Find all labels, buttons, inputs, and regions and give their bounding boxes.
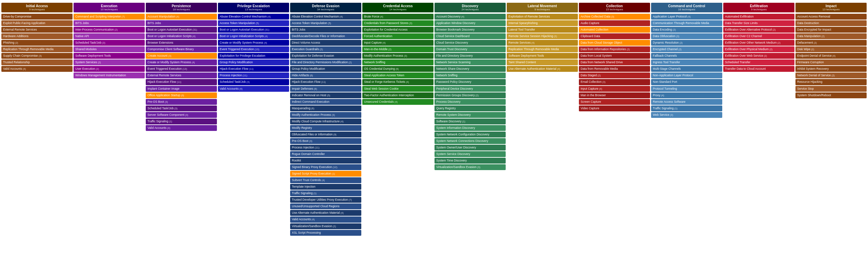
tactic-header-exfiltration[interactable]: Exfiltration9 techniques — [723, 3, 794, 12]
technique-item[interactable]: Cloud Service Dashboard — [435, 33, 506, 39]
technique-item[interactable]: Virtualization/Sandbox Evasion (3) — [435, 164, 506, 170]
technique-item[interactable]: System Shutdown/Reboot — [795, 92, 867, 98]
technique-item[interactable]: Use Alternate Authentication Material (4… — [290, 210, 361, 216]
technique-item[interactable]: Software Deployment Tools — [74, 53, 145, 59]
technique-item[interactable]: Native API — [74, 33, 145, 39]
technique-item[interactable]: Lateral Tool Transfer — [507, 27, 578, 33]
tactic-header-impact[interactable]: Impact13 techniques — [795, 3, 867, 12]
technique-item[interactable]: Man-in-the-Middle (2) — [362, 46, 433, 52]
technique-item[interactable]: System Network Connections Discovery — [435, 138, 506, 144]
technique-item[interactable]: XSL Script Processing — [290, 230, 361, 236]
technique-item[interactable]: Network Share Discovery — [435, 66, 506, 72]
technique-item[interactable]: Network Service Scanning — [435, 59, 506, 65]
technique-item[interactable]: Implant Container Image — [146, 86, 217, 92]
technique-item[interactable]: Trusted Relationship — [1, 59, 73, 65]
technique-item[interactable]: Pre-OS Boot (3) — [290, 138, 361, 144]
technique-item[interactable]: Browser Extensions — [146, 40, 217, 46]
technique-item[interactable]: Create or Modify System Process (4) — [146, 59, 217, 65]
technique-item[interactable]: Process Injection (11) — [218, 73, 289, 78]
technique-item[interactable]: Data Transfer Size Limits — [723, 20, 794, 26]
technique-item[interactable]: Modify Authentication Process (3) — [290, 112, 361, 118]
technique-item[interactable]: Data Obfuscation (3) — [651, 33, 722, 39]
technique-item[interactable]: Non-Application Layer Protocol — [651, 73, 722, 78]
technique-item[interactable]: Windows Management Instrumentation — [74, 73, 145, 78]
technique-item[interactable]: Data Staged (2) — [579, 73, 650, 78]
technique-item[interactable]: Signed Binary Proxy Execution (12) — [290, 164, 361, 170]
technique-item[interactable]: Valid Accounts (4) — [146, 125, 217, 131]
tactic-header-command-control[interactable]: Command and Control16 techniques — [651, 3, 722, 12]
technique-item[interactable]: External Remote Services — [146, 73, 217, 78]
technique-item[interactable]: Traffic Signaling (1) — [146, 119, 217, 124]
technique-item[interactable]: Boot or Logon Autostart Execution (31) — [218, 27, 289, 33]
technique-item[interactable]: Abuse Elevation Control Mechanism (4) — [290, 14, 361, 20]
technique-item[interactable]: Account Access Removal — [795, 14, 867, 20]
technique-item[interactable]: Video Capture — [579, 105, 650, 111]
technique-item[interactable]: Office Application Startup (6) — [146, 92, 217, 98]
technique-item[interactable]: Remote System Discovery — [435, 112, 506, 118]
technique-item[interactable]: Signed Script Proxy Execution (1) — [290, 171, 361, 177]
technique-item[interactable]: Hide Artifacts (6) — [290, 73, 361, 78]
technique-item[interactable]: Valid Accounts (4) — [290, 216, 361, 222]
technique-item[interactable]: Multi-Stage Channels — [651, 66, 722, 72]
technique-item[interactable]: Steal or Forge Kerberos Tickets (4) — [362, 79, 433, 85]
technique-item[interactable]: Scheduled Task/Job (3) — [218, 79, 289, 85]
technique-item[interactable]: Data Encoding (2) — [651, 27, 722, 33]
technique-item[interactable]: Browser Bookmark Discovery — [435, 27, 506, 33]
technique-item[interactable]: Use Alternate Authentication Material (4… — [507, 66, 578, 72]
technique-item[interactable]: Automated Exfiltration — [723, 14, 794, 20]
technique-item[interactable]: Subvert Trust Controls (4) — [290, 177, 361, 183]
tactic-header-execution[interactable]: Execution10 techniques — [74, 3, 145, 12]
technique-item[interactable]: Compromise Client Software Binary — [146, 46, 217, 52]
technique-item[interactable]: Valid Accounts (4) — [218, 86, 289, 92]
technique-item[interactable]: Supply Chain Compromise (3) — [1, 53, 73, 59]
technique-item[interactable]: BITS Jobs — [74, 20, 145, 26]
technique-item[interactable]: Hardware Additions — [1, 33, 73, 39]
technique-item[interactable]: Data Manipulation (2) — [795, 33, 867, 39]
technique-item[interactable]: Unused/Unsupported Cloud Regions — [290, 203, 361, 209]
technique-item[interactable]: Steal Web Session Cookie — [362, 86, 433, 92]
technique-item[interactable]: Scheduled Transfer — [723, 59, 794, 65]
technique-item[interactable]: Access Token Manipulation (5) — [290, 20, 361, 26]
technique-item[interactable]: Deobfuscate/Decode Files or Information — [290, 33, 361, 39]
technique-item[interactable]: Encrypted Channel (2) — [651, 46, 722, 52]
tactic-header-defense-evasion[interactable]: Defense Evasion34 techniques — [290, 3, 361, 12]
technique-item[interactable]: Domain Trust Discovery — [435, 46, 506, 52]
technique-item[interactable]: Query Registry — [435, 105, 506, 111]
technique-item[interactable]: Protocol Tunneling — [651, 86, 722, 92]
technique-item[interactable]: Web Service (3) — [651, 112, 722, 118]
technique-item[interactable]: Scheduled Task/Job (3) — [146, 105, 217, 111]
technique-item[interactable]: Transfer Data to Cloud Account — [723, 66, 794, 72]
technique-item[interactable]: Exploit Public-Facing Application — [1, 20, 73, 26]
technique-item[interactable]: Indicator Removal on Host (5) — [290, 92, 361, 98]
technique-item[interactable]: System Network Configuration Discovery — [435, 132, 506, 137]
technique-item[interactable]: Brute Force (4) — [362, 14, 433, 20]
technique-item[interactable]: Direct Volume Access — [290, 40, 361, 46]
technique-item[interactable]: Defacement (2) — [795, 40, 867, 46]
technique-item[interactable]: Archive Collected Data (3) — [579, 14, 650, 20]
technique-item[interactable]: Exfiltration Over Other Network Medium (… — [723, 40, 794, 46]
technique-item[interactable]: Impair Defenses (8) — [290, 86, 361, 92]
technique-item[interactable]: Data from Cloud Storage Object — [579, 40, 650, 46]
tactic-header-lateral-movement[interactable]: Lateral Movement9 techniques — [507, 3, 578, 12]
technique-item[interactable]: Access Token Manipulation (5) — [218, 20, 289, 26]
technique-item[interactable]: System Time Discovery — [435, 158, 506, 164]
technique-item[interactable]: Remote Access Software — [651, 99, 722, 105]
technique-item[interactable]: Exploitation for Privilege Escalation — [218, 53, 289, 59]
technique-item[interactable]: Exfiltration Over C2 Channel — [723, 33, 794, 39]
technique-item[interactable]: Remote Services (4) — [507, 40, 578, 46]
technique-item[interactable]: Data Encrypted for Impact — [795, 27, 867, 33]
technique-item[interactable]: Service Stop — [795, 86, 867, 92]
technique-item[interactable]: Network Denial of Service (2) — [795, 73, 867, 78]
technique-item[interactable]: Data Destruction — [795, 20, 867, 26]
technique-item[interactable]: Data from Information Repositories (2) — [579, 46, 650, 52]
technique-item[interactable]: Network Sniffing — [362, 59, 433, 65]
technique-item[interactable]: Create Account (3) — [146, 53, 217, 59]
technique-item[interactable]: Application Layer Protocol (4) — [651, 14, 722, 20]
technique-item[interactable]: Input Capture (4) — [362, 40, 433, 46]
technique-item[interactable]: Automated Collection — [579, 27, 650, 33]
technique-item[interactable]: Rootkit — [290, 158, 361, 164]
technique-item[interactable]: Replication Through Removable Media — [507, 46, 578, 52]
technique-item[interactable]: Resource Hijacking — [795, 79, 867, 85]
technique-item[interactable]: Input Capture (4) — [579, 86, 650, 92]
technique-item[interactable]: Virtualization/Sandbox Evasion (2) — [290, 223, 361, 229]
